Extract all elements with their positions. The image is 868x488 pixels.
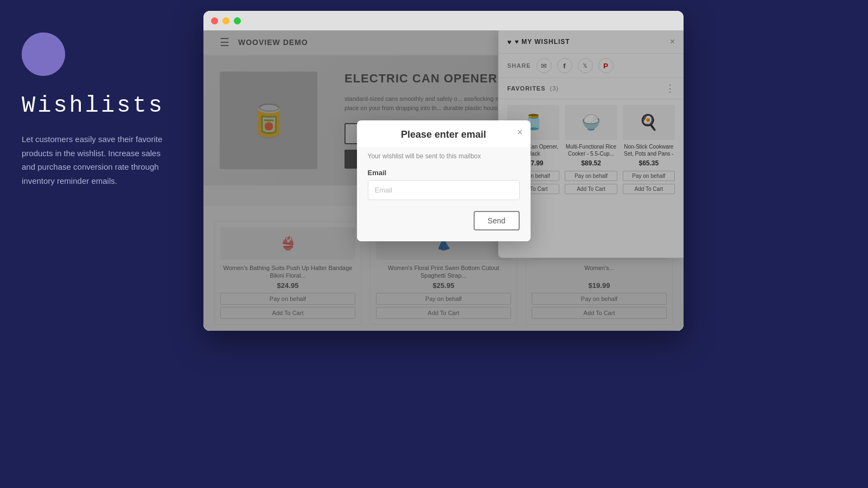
svg-point-5 — [25, 55, 43, 73]
email-modal-body: Your wishlist will be sent to this mailb… — [357, 147, 531, 241]
left-panel: ♥ Wishlists Let customers easily save th… — [0, 0, 203, 488]
svg-point-1 — [44, 36, 62, 54]
email-modal-header: Please enter email × — [357, 120, 531, 147]
minimize-button[interactable] — [222, 17, 229, 24]
svg-point-8 — [34, 44, 53, 64]
svg-point-2 — [49, 49, 64, 59]
send-button[interactable]: Send — [474, 211, 520, 230]
browser-titlebar — [203, 11, 684, 30]
app-logo: ♥ — [22, 33, 65, 76]
close-button[interactable] — [211, 17, 218, 24]
email-modal-overlay: Please enter email × Your wishlist will … — [203, 30, 684, 331]
svg-point-6 — [23, 49, 38, 59]
email-send-row: Send — [368, 211, 520, 230]
svg-point-4 — [39, 60, 48, 75]
maximize-button[interactable] — [234, 17, 241, 24]
email-modal-subtitle: Your wishlist will be sent to this mailb… — [368, 147, 520, 160]
email-input[interactable] — [368, 180, 520, 200]
app-title: Wishlists — [22, 92, 164, 119]
email-modal-close-button[interactable]: × — [517, 127, 523, 138]
svg-point-7 — [25, 36, 43, 54]
browser-window: ☰ WOOVIEW DEMO HOME 🛒 🥫 ELECTRIC CAN OPE… — [203, 11, 684, 331]
email-modal-title: Please enter email — [368, 129, 520, 140]
svg-text:♥: ♥ — [40, 48, 47, 60]
browser-content: ☰ WOOVIEW DEMO HOME 🛒 🥫 ELECTRIC CAN OPE… — [203, 30, 684, 331]
app-description: Let customers easily save their favorite… — [22, 132, 174, 188]
email-modal: Please enter email × Your wishlist will … — [357, 120, 531, 241]
email-label: Email — [368, 169, 520, 177]
svg-point-3 — [44, 55, 62, 73]
svg-point-0 — [39, 34, 48, 49]
